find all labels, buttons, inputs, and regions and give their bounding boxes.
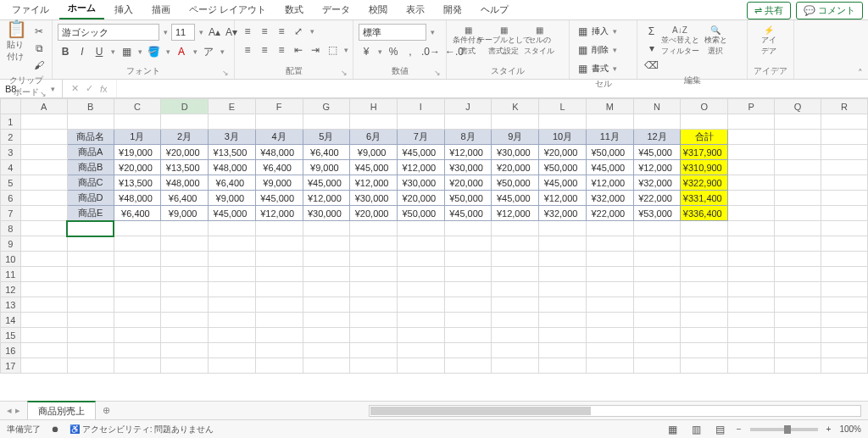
cell-P4[interactable] bbox=[728, 160, 775, 175]
cell-P9[interactable] bbox=[728, 236, 775, 252]
cancel-formula-icon[interactable]: ✕ bbox=[71, 83, 79, 94]
cell-I9[interactable] bbox=[397, 236, 444, 252]
cell-A10[interactable] bbox=[20, 252, 67, 267]
cell-P11[interactable] bbox=[728, 267, 775, 282]
cell-Q5[interactable] bbox=[775, 175, 821, 191]
record-macro-icon[interactable]: ⏺ bbox=[51, 424, 59, 434]
cell-R8[interactable] bbox=[821, 221, 868, 236]
cell-E12[interactable] bbox=[209, 282, 256, 297]
comma-icon[interactable]: , bbox=[403, 44, 418, 59]
cell-R2[interactable] bbox=[821, 130, 868, 145]
row-header-13[interactable]: 13 bbox=[1, 297, 21, 313]
row-header-8[interactable]: 8 bbox=[1, 221, 21, 236]
cell-O5[interactable]: ¥322,900 bbox=[681, 175, 728, 191]
share-button[interactable]: ⇌ 共有 bbox=[747, 2, 791, 19]
cell-L3[interactable]: ¥20,000 bbox=[539, 145, 587, 160]
cell-P16[interactable] bbox=[728, 343, 775, 358]
cell-L10[interactable] bbox=[539, 252, 587, 267]
font-size-select[interactable]: 11 bbox=[171, 24, 195, 41]
cell-E15[interactable] bbox=[209, 328, 256, 343]
cell-J11[interactable] bbox=[444, 267, 492, 282]
cell-J1[interactable] bbox=[444, 114, 492, 130]
cell-G13[interactable] bbox=[303, 297, 350, 313]
col-header-D[interactable]: D bbox=[161, 99, 209, 114]
cell-N11[interactable] bbox=[633, 267, 681, 282]
cell-O2[interactable]: 合計 bbox=[681, 130, 728, 145]
cell-B12[interactable] bbox=[67, 282, 114, 297]
collapse-ribbon-icon[interactable]: ˄ bbox=[853, 20, 868, 79]
cell-R10[interactable] bbox=[821, 252, 868, 267]
zoom-level[interactable]: 100% bbox=[839, 424, 861, 434]
cell-G16[interactable] bbox=[303, 343, 350, 358]
cell-B2[interactable]: 商品名 bbox=[67, 130, 114, 145]
col-header-E[interactable]: E bbox=[209, 99, 256, 114]
insert-cells-button[interactable]: ▦ bbox=[575, 24, 590, 39]
cell-L15[interactable] bbox=[539, 328, 587, 343]
cell-H15[interactable] bbox=[350, 328, 398, 343]
accept-formula-icon[interactable]: ✓ bbox=[86, 83, 93, 94]
cell-A2[interactable] bbox=[20, 130, 67, 145]
cell-A5[interactable] bbox=[20, 175, 67, 191]
cell-F7[interactable]: ¥12,000 bbox=[255, 206, 303, 221]
cell-D12[interactable] bbox=[161, 282, 209, 297]
cell-Q12[interactable] bbox=[775, 282, 821, 297]
cell-H6[interactable]: ¥30,000 bbox=[350, 191, 398, 206]
add-sheet-button[interactable]: ⊕ bbox=[96, 402, 117, 419]
cell-K15[interactable] bbox=[492, 328, 539, 343]
cell-Q14[interactable] bbox=[775, 313, 821, 328]
cell-I4[interactable]: ¥12,000 bbox=[397, 160, 444, 175]
cell-E2[interactable]: 3月 bbox=[209, 130, 256, 145]
col-header-O[interactable]: O bbox=[681, 99, 728, 114]
cell-J15[interactable] bbox=[444, 328, 492, 343]
cell-N4[interactable]: ¥12,000 bbox=[633, 160, 681, 175]
increase-decimal-icon[interactable]: .0→ bbox=[420, 44, 442, 59]
cell-R16[interactable] bbox=[821, 343, 868, 358]
align-center-icon[interactable]: ≡ bbox=[257, 42, 272, 58]
cell-Q2[interactable] bbox=[775, 130, 821, 145]
cell-K2[interactable]: 9月 bbox=[492, 130, 539, 145]
cell-J13[interactable] bbox=[444, 297, 492, 313]
cell-I11[interactable] bbox=[397, 267, 444, 282]
cell-D17[interactable] bbox=[161, 358, 209, 374]
cell-D3[interactable]: ¥20,000 bbox=[161, 145, 209, 160]
cell-P5[interactable] bbox=[728, 175, 775, 191]
cell-G2[interactable]: 5月 bbox=[303, 130, 350, 145]
cell-B15[interactable] bbox=[67, 328, 114, 343]
zoom-slider[interactable] bbox=[750, 428, 818, 431]
cell-styles-button[interactable]: ▦セルの スタイル bbox=[523, 24, 555, 58]
col-header-R[interactable]: R bbox=[821, 99, 868, 114]
cell-K17[interactable] bbox=[492, 358, 539, 374]
cell-H1[interactable] bbox=[350, 114, 398, 130]
cell-K12[interactable] bbox=[492, 282, 539, 297]
col-header-Q[interactable]: Q bbox=[775, 99, 821, 114]
cell-F4[interactable]: ¥6,400 bbox=[255, 160, 303, 175]
cell-A16[interactable] bbox=[20, 343, 67, 358]
cell-H4[interactable]: ¥45,000 bbox=[350, 160, 398, 175]
cell-F11[interactable] bbox=[255, 267, 303, 282]
worksheet[interactable]: ABCDEFGHIJKLMNOPQR12商品名1月2月3月4月5月6月7月8月9… bbox=[0, 98, 868, 401]
cell-L4[interactable]: ¥50,000 bbox=[539, 160, 587, 175]
cell-Q7[interactable] bbox=[775, 206, 821, 221]
cell-H17[interactable] bbox=[350, 358, 398, 374]
cell-O1[interactable] bbox=[681, 114, 728, 130]
cell-C3[interactable]: ¥19,000 bbox=[114, 145, 161, 160]
cell-D16[interactable] bbox=[161, 343, 209, 358]
cell-F5[interactable]: ¥9,000 bbox=[255, 175, 303, 191]
cell-G6[interactable]: ¥12,000 bbox=[303, 191, 350, 206]
cell-Q9[interactable] bbox=[775, 236, 821, 252]
cell-J7[interactable]: ¥45,000 bbox=[444, 206, 492, 221]
cell-E9[interactable] bbox=[209, 236, 256, 252]
cell-O13[interactable] bbox=[681, 297, 728, 313]
format-painter-icon[interactable]: 🖌 bbox=[31, 58, 47, 73]
cell-M7[interactable]: ¥22,000 bbox=[586, 206, 633, 221]
cell-B9[interactable] bbox=[67, 236, 114, 252]
cell-J10[interactable] bbox=[444, 252, 492, 267]
cell-F6[interactable]: ¥45,000 bbox=[255, 191, 303, 206]
cell-A9[interactable] bbox=[20, 236, 67, 252]
delete-cells-button[interactable]: ▦ bbox=[575, 42, 590, 58]
cell-P13[interactable] bbox=[728, 297, 775, 313]
formula-input[interactable] bbox=[117, 80, 868, 97]
cell-L17[interactable] bbox=[539, 358, 587, 374]
cell-O8[interactable] bbox=[681, 221, 728, 236]
cell-P7[interactable] bbox=[728, 206, 775, 221]
